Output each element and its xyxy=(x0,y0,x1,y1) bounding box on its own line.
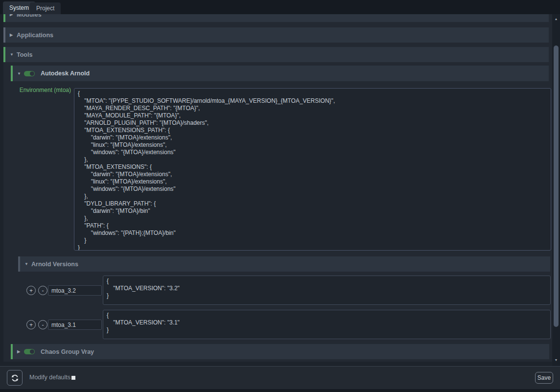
toggle-knob xyxy=(30,71,34,76)
expanded-icon: ▼ xyxy=(17,71,24,76)
remove-version-button[interactable]: - xyxy=(38,286,47,295)
version-name-input[interactable] xyxy=(48,320,102,330)
vertical-scrollbar-thumb[interactable] xyxy=(554,46,559,327)
expanded-icon: ▼ xyxy=(24,262,31,266)
refresh-icon xyxy=(11,374,19,382)
arnold-enabled-toggle[interactable] xyxy=(24,71,35,76)
footer-bar: Modify defaults Save xyxy=(0,366,560,389)
collapsed-icon: ▶ xyxy=(10,14,17,17)
toggle-knob xyxy=(30,349,34,354)
collapsed-icon: ▶ xyxy=(17,349,24,354)
group-header-chaos-group-vray[interactable]: ▶ Chaos Group Vray xyxy=(11,344,549,359)
add-version-button[interactable]: + xyxy=(26,320,36,329)
section-header-tools[interactable]: ▼ Tools xyxy=(3,47,549,62)
modify-defaults-label: Modify defaults xyxy=(29,374,70,381)
version-value-editor[interactable]: { "MTOA_VERSION": "3.1" } xyxy=(103,310,551,339)
settings-scroll-area: ▶ Modules ▶ Applications ▼ Tools ▼ Autod… xyxy=(0,14,552,362)
vray-enabled-toggle[interactable] xyxy=(24,349,35,354)
vertical-scrollbar[interactable]: ▲ ▼ xyxy=(552,14,560,366)
version-name-input[interactable] xyxy=(48,285,102,296)
scroll-down-icon[interactable]: ▼ xyxy=(552,358,560,362)
expanded-icon: ▼ xyxy=(10,52,17,57)
section-title-modules: Modules xyxy=(17,14,42,18)
settings-main: ▶ Modules ▶ Applications ▼ Tools ▼ Autod… xyxy=(0,14,560,366)
section-title-tools: Tools xyxy=(17,51,32,58)
environment-mtoa-editor[interactable]: { "MTOA": "{PYPE_STUDIO_SOFTWARE}/arnold… xyxy=(74,88,551,251)
environment-mtoa-label: Environment (mtoa) xyxy=(11,87,71,93)
remove-version-button[interactable]: - xyxy=(38,320,47,329)
add-version-button[interactable]: + xyxy=(26,286,36,295)
modify-defaults-checkbox[interactable] xyxy=(71,376,75,380)
group-header-autodesk-arnold[interactable]: ▼ Autodesk Arnold xyxy=(11,66,549,81)
version-value-editor[interactable]: { "MTOA_VERSION": "3.2" } xyxy=(103,276,551,305)
section-header-modules[interactable]: ▶ Modules xyxy=(3,14,549,22)
group-title-chaos-group-vray: Chaos Group Vray xyxy=(41,348,94,355)
section-header-applications[interactable]: ▶ Applications xyxy=(3,27,549,43)
section-title-applications: Applications xyxy=(17,32,53,39)
tab-bar: System Project xyxy=(0,0,560,14)
save-button[interactable]: Save xyxy=(535,372,553,384)
tab-project[interactable]: Project xyxy=(30,2,61,14)
section-header-arnold-versions[interactable]: ▼ Arnold Versions xyxy=(18,256,550,272)
refresh-button[interactable] xyxy=(7,370,23,386)
collapsed-icon: ▶ xyxy=(10,33,17,37)
group-title-autodesk-arnold: Autodesk Arnold xyxy=(41,70,90,77)
scroll-up-icon[interactable]: ▲ xyxy=(552,17,560,21)
section-title-arnold-versions: Arnold Versions xyxy=(31,261,78,268)
